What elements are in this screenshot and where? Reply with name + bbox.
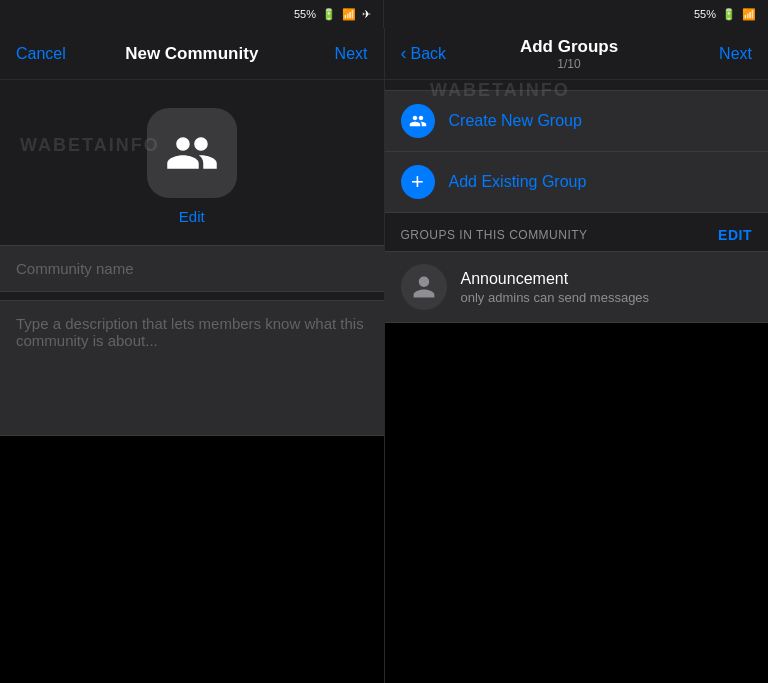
battery-icon-right: 🔋 — [722, 8, 736, 21]
create-new-group-label: Create New Group — [449, 112, 582, 130]
back-chevron-icon: ‹ — [401, 43, 407, 64]
dark-fill-right — [385, 323, 769, 683]
community-group-icon — [165, 126, 219, 180]
status-bar-right: 55% 🔋 📶 — [384, 0, 768, 28]
back-button[interactable]: ‹ Back — [401, 43, 447, 64]
announcement-sub: only admins can send messages — [461, 290, 650, 305]
announcement-info: Announcement only admins can send messag… — [461, 270, 650, 305]
back-label: Back — [411, 45, 447, 63]
right-nav-bar: ‹ Back Add Groups 1/10 Next — [385, 28, 769, 80]
cancel-button[interactable]: Cancel — [16, 45, 76, 63]
left-panel: Cancel New Community Next Edit WABETAINF… — [0, 28, 385, 683]
create-group-users-icon — [409, 112, 427, 130]
status-bar: 55% 🔋 📶 ✈ 55% 🔋 📶 — [0, 0, 768, 28]
left-nav-bar: Cancel New Community Next — [0, 28, 384, 80]
description-input[interactable] — [0, 301, 384, 431]
wifi-icon-left: 📶 — [342, 8, 356, 21]
edit-photo-label[interactable]: Edit — [179, 208, 205, 225]
create-new-group-item[interactable]: Create New Group — [385, 91, 769, 151]
add-existing-icon-bg: + — [401, 165, 435, 199]
battery-icon-left: 🔋 — [322, 8, 336, 21]
add-existing-group-label: Add Existing Group — [449, 173, 587, 191]
group-list: Announcement only admins can send messag… — [385, 251, 769, 323]
dark-fill-left — [0, 436, 384, 683]
community-icon[interactable] — [147, 108, 237, 198]
announcement-avatar — [401, 264, 447, 310]
signal-icon-left: ✈ — [362, 8, 371, 21]
next-button-left[interactable]: Next — [308, 45, 368, 63]
battery-percent-right: 55% — [694, 8, 716, 20]
left-panel-title: New Community — [76, 44, 308, 64]
groups-section-header: GROUPS IN THIS COMMUNITY EDIT — [385, 213, 769, 251]
action-list: Create New Group + Add Existing Group — [385, 90, 769, 213]
community-icon-section: Edit — [0, 80, 384, 245]
announcement-name: Announcement — [461, 270, 650, 288]
groups-edit-button[interactable]: EDIT — [718, 227, 752, 243]
announcement-avatar-icon — [411, 274, 437, 300]
plus-icon: + — [411, 171, 424, 193]
right-panel: ‹ Back Add Groups 1/10 Next Create New G… — [385, 28, 769, 683]
groups-in-community-label: GROUPS IN THIS COMMUNITY — [401, 228, 588, 242]
community-name-section — [0, 245, 384, 292]
right-panel-title: Add Groups — [446, 37, 692, 57]
add-existing-group-item[interactable]: + Add Existing Group — [385, 151, 769, 212]
status-bar-left: 55% 🔋 📶 ✈ — [0, 0, 384, 28]
battery-percent-left: 55% — [294, 8, 316, 20]
wifi-icon-right: 📶 — [742, 8, 756, 21]
right-panel-subtitle: 1/10 — [446, 57, 692, 71]
group-item-announcement[interactable]: Announcement only admins can send messag… — [385, 252, 769, 322]
community-name-input[interactable] — [0, 246, 384, 291]
create-group-icon-bg — [401, 104, 435, 138]
description-section — [0, 300, 384, 436]
next-button-right[interactable]: Next — [692, 45, 752, 63]
